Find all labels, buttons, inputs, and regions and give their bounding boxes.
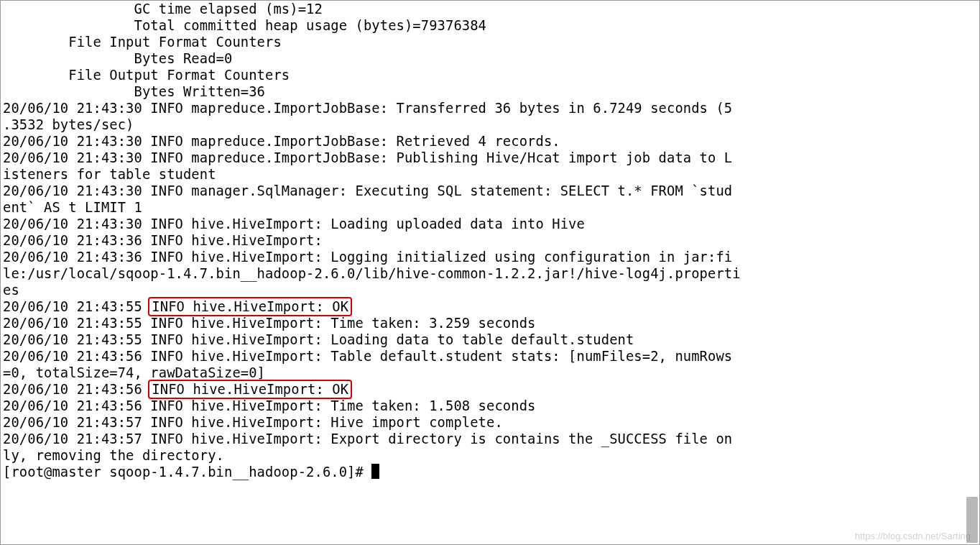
log-line: File Output Format Counters bbox=[3, 68, 290, 83]
log-line: GC time elapsed (ms)=12 bbox=[3, 1, 323, 17]
log-line: 20/06/10 21:43:57 INFO hive.HiveImport: … bbox=[3, 431, 732, 446]
log-line: 20/06/10 21:43:36 INFO hive.HiveImport: … bbox=[3, 249, 732, 265]
log-line: 20/06/10 21:43:57 INFO hive.HiveImport: … bbox=[3, 415, 503, 430]
log-line: 20/06/10 21:43:55 INFO hive.HiveImport: … bbox=[3, 332, 634, 347]
log-line: .3532 bytes/sec) bbox=[3, 117, 134, 132]
terminal-output[interactable]: GC time elapsed (ms)=12 Total committed … bbox=[3, 1, 962, 543]
log-line: es bbox=[3, 283, 19, 298]
log-line: 20/06/10 21:43:30 INFO manager.SqlManage… bbox=[3, 183, 732, 198]
scrollbar-track[interactable] bbox=[965, 2, 978, 543]
log-line: 20/06/10 21:43:56 INFO hive.HiveImport: … bbox=[3, 349, 732, 364]
highlighted-ok-2: INFO hive.HiveImport: OK bbox=[148, 380, 352, 399]
log-line: 20/06/10 21:43:55 INFO hive.HiveImport: … bbox=[3, 316, 535, 331]
log-line-timestamp: 20/06/10 21:43:55 bbox=[3, 299, 150, 314]
cursor-icon bbox=[371, 464, 379, 479]
log-line: 20/06/10 21:43:30 INFO hive.HiveImport: … bbox=[3, 216, 585, 232]
log-line: Bytes Read=0 bbox=[3, 51, 232, 66]
log-line: 20/06/10 21:43:36 INFO hive.HiveImport: bbox=[3, 233, 323, 248]
log-line: Bytes Written=36 bbox=[3, 84, 265, 99]
scrollbar-thumb[interactable] bbox=[966, 497, 978, 543]
log-line: =0, totalSize=74, rawDataSize=0] bbox=[3, 365, 265, 380]
log-line: 20/06/10 21:43:30 INFO mapreduce.ImportJ… bbox=[3, 101, 732, 116]
log-line: 20/06/10 21:43:30 INFO mapreduce.ImportJ… bbox=[3, 150, 732, 165]
log-line: Total committed heap usage (bytes)=79376… bbox=[3, 18, 486, 33]
log-line: 20/06/10 21:43:56 INFO hive.HiveImport: … bbox=[3, 398, 535, 413]
log-line: File Input Format Counters bbox=[3, 35, 282, 50]
log-line: ent` AS t LIMIT 1 bbox=[3, 200, 142, 215]
log-line: le:/usr/local/sqoop-1.4.7.bin__hadoop-2.… bbox=[3, 266, 741, 281]
terminal-window: GC time elapsed (ms)=12 Total committed … bbox=[0, 0, 980, 545]
shell-prompt[interactable]: [root@master sqoop-1.4.7.bin__hadoop-2.6… bbox=[3, 464, 371, 480]
highlighted-ok-1: INFO hive.HiveImport: OK bbox=[148, 297, 352, 316]
log-line: 20/06/10 21:43:30 INFO mapreduce.ImportJ… bbox=[3, 134, 560, 149]
log-line-timestamp: 20/06/10 21:43:56 bbox=[3, 382, 150, 397]
log-line: ly, removing the directory. bbox=[3, 448, 224, 463]
log-line: isteners for table student bbox=[3, 167, 216, 182]
